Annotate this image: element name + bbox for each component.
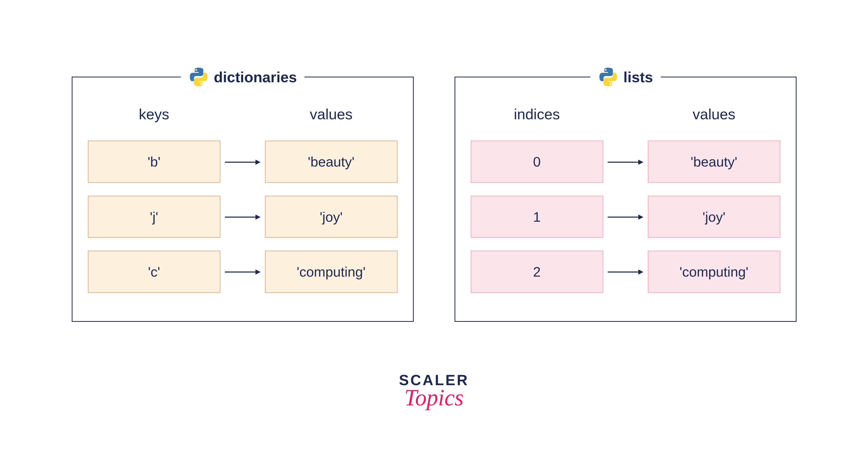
dict-key-cell: 'b' <box>88 141 220 183</box>
dict-value-cell: 'computing' <box>265 250 398 293</box>
keys-header: keys <box>139 106 169 123</box>
arrow-icon <box>225 196 260 238</box>
dict-arrows <box>225 106 260 306</box>
diagram-container: dictionaries keys 'b' 'j' 'c' <box>0 0 868 322</box>
dict-values-header: values <box>310 106 353 123</box>
svg-marker-7 <box>638 159 643 165</box>
footer-logo: SCALER Topics <box>399 372 469 411</box>
arrow-icon <box>608 251 643 293</box>
list-arrows <box>608 106 643 306</box>
lists-columns: indices 0 1 2 values 'beauty' 'joy' <box>471 106 780 306</box>
svg-marker-1 <box>255 159 260 165</box>
dictionaries-columns: keys 'b' 'j' 'c' values 'beauty' 'joy <box>88 106 398 306</box>
svg-marker-9 <box>638 214 643 220</box>
arrow-icon <box>225 251 260 293</box>
lists-header: lists <box>590 67 660 87</box>
list-values-column: values 'beauty' 'joy' 'computing' <box>648 106 780 306</box>
dictionaries-title: dictionaries <box>214 68 297 86</box>
lists-panel: lists indices 0 1 2 values <box>455 77 797 322</box>
keys-column: keys 'b' 'j' 'c' <box>88 106 220 306</box>
dict-value-cell: 'joy' <box>265 196 398 238</box>
arrow-icon <box>608 141 643 183</box>
subbrand-name: Topics <box>399 384 469 411</box>
dict-key-cell: 'j' <box>88 196 220 238</box>
arrow-icon <box>225 141 260 183</box>
python-icon <box>598 67 618 87</box>
dictionaries-panel: dictionaries keys 'b' 'j' 'c' <box>72 77 414 322</box>
indices-column: indices 0 1 2 <box>471 106 603 306</box>
list-value-cell: 'joy' <box>648 196 780 238</box>
dict-key-cell: 'c' <box>88 250 220 293</box>
list-value-cell: 'computing' <box>648 250 780 293</box>
list-index-cell: 0 <box>471 141 603 183</box>
lists-title: lists <box>623 68 653 86</box>
svg-marker-5 <box>255 269 260 274</box>
python-icon <box>188 67 209 87</box>
svg-marker-11 <box>638 269 643 274</box>
dict-values-column: values 'beauty' 'joy' 'computing' <box>265 106 398 306</box>
list-value-cell: 'beauty' <box>648 141 780 183</box>
dict-value-cell: 'beauty' <box>265 141 398 183</box>
list-index-cell: 2 <box>471 250 603 293</box>
dictionaries-header: dictionaries <box>181 67 305 87</box>
indices-header: indices <box>514 106 560 123</box>
arrow-icon <box>608 196 643 238</box>
list-index-cell: 1 <box>471 196 603 238</box>
svg-marker-3 <box>255 214 260 220</box>
list-values-header: values <box>693 106 736 123</box>
